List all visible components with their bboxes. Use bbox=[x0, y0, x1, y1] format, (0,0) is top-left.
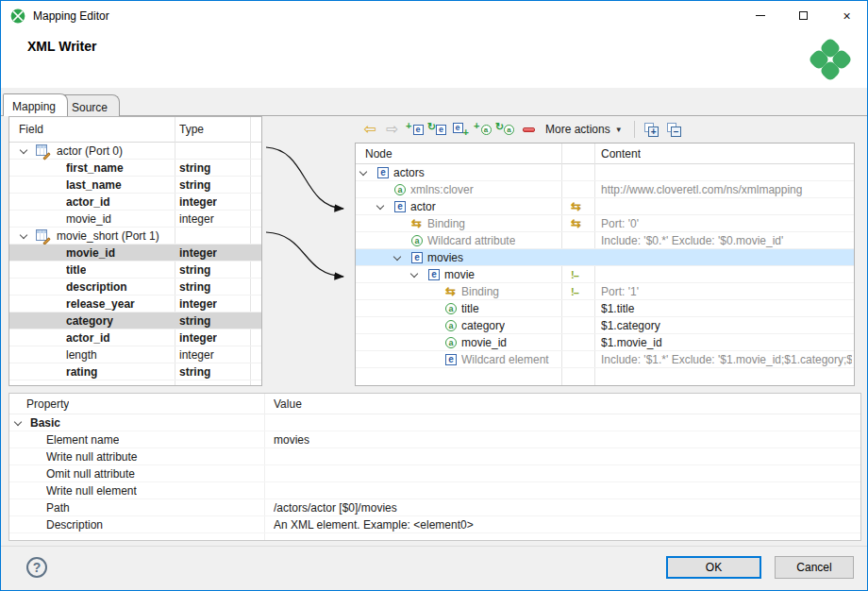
field-row[interactable]: actor_idinteger bbox=[9, 329, 261, 346]
help-button[interactable]: ? bbox=[26, 557, 47, 578]
collapse-all-button[interactable]: − bbox=[663, 119, 686, 140]
close-button[interactable]: × bbox=[826, 2, 868, 29]
wrap-in-attribute-button[interactable]: ↻a bbox=[494, 119, 517, 140]
node-row[interactable]: eWildcard elementInclude: '$1.*' Exclude… bbox=[356, 351, 854, 368]
add-child-element-icon: + bbox=[406, 121, 411, 131]
field-row[interactable]: titlestring bbox=[9, 262, 261, 279]
row-label: actor_id bbox=[66, 194, 110, 211]
tab-source[interactable]: Source bbox=[62, 94, 120, 116]
row-label: actor bbox=[410, 198, 436, 215]
node-row[interactable]: emovies bbox=[356, 249, 854, 266]
chevron-down-icon[interactable] bbox=[376, 202, 384, 210]
row-type: integer bbox=[179, 296, 217, 312]
wrap-in-attribute-icon: a bbox=[504, 125, 514, 135]
row-content: Include: '$1.*' Exclude: '$1.movie_id;$1… bbox=[601, 351, 852, 368]
node-row[interactable]: axmlns:cloverhttp://www.cloveretl.com/ns… bbox=[356, 181, 854, 198]
title-bar[interactable]: Mapping Editor × bbox=[1, 1, 867, 31]
curved-arrow-left-button[interactable]: ⇦ bbox=[359, 119, 381, 140]
row-label: Path bbox=[46, 499, 70, 516]
column-header-field[interactable]: Field bbox=[19, 121, 43, 138]
column-header-node[interactable]: Node bbox=[365, 145, 392, 162]
binding-arrows-icon: ⇆ bbox=[571, 198, 581, 215]
cancel-button[interactable]: Cancel bbox=[775, 556, 854, 579]
row-label: xmlns:clover bbox=[410, 181, 474, 198]
maximize-icon bbox=[799, 11, 808, 20]
chevron-down-icon[interactable] bbox=[410, 270, 418, 278]
row-type: integer bbox=[179, 346, 214, 363]
chevron-down-icon[interactable] bbox=[20, 231, 27, 239]
property-row[interactable]: Element namemovies bbox=[9, 431, 860, 448]
column-header-type[interactable]: Type bbox=[179, 121, 204, 138]
field-row[interactable]: last_namestring bbox=[9, 177, 261, 194]
node-row[interactable]: atitle$1.title bbox=[356, 300, 854, 317]
field-row[interactable]: actor (Port 0) bbox=[9, 143, 261, 160]
ok-button[interactable]: OK bbox=[666, 556, 761, 579]
add-element-icon: e bbox=[453, 123, 463, 133]
field-row[interactable]: release_yearinteger bbox=[9, 296, 261, 312]
key-binding-icon: !-- bbox=[571, 283, 578, 300]
property-row[interactable]: Omit null attribute bbox=[9, 465, 860, 482]
field-row[interactable]: categorystring bbox=[9, 312, 261, 329]
field-row[interactable]: actor_idinteger bbox=[9, 194, 261, 211]
node-row[interactable]: ⇆Binding!--Port: '1' bbox=[356, 283, 854, 300]
more-actions-button[interactable]: More actions▼ bbox=[540, 118, 628, 141]
property-row[interactable]: Write null element bbox=[9, 482, 860, 499]
attribute-icon: a bbox=[394, 184, 406, 195]
node-row[interactable]: eactors bbox=[356, 164, 854, 181]
binding-arrows-icon: ⇆ bbox=[411, 215, 422, 232]
node-row[interactable]: emovie!-- bbox=[356, 266, 854, 283]
dialog-body: MappingSource Field Type actor (Port 0)f… bbox=[1, 88, 867, 590]
add-element-button[interactable]: e+ bbox=[449, 119, 472, 140]
expand-all-button[interactable]: + bbox=[641, 119, 663, 140]
mapping-editor-dialog: Mapping Editor × XML Writer MappingSourc… bbox=[0, 0, 868, 591]
node-row[interactable]: amovie_id$1.movie_id bbox=[356, 334, 854, 351]
field-row[interactable]: lengthinteger bbox=[9, 346, 261, 363]
add-element-icon: + bbox=[463, 127, 469, 138]
maximize-button[interactable] bbox=[782, 2, 825, 29]
chevron-down-icon[interactable] bbox=[20, 146, 27, 154]
row-content: Port: '0' bbox=[601, 215, 852, 232]
row-label: Write null element bbox=[46, 482, 137, 499]
property-table-header: Property Value bbox=[9, 394, 860, 414]
remove-button[interactable] bbox=[517, 119, 540, 140]
node-tree: Node Content eactorsaxmlns:cloverhttp://… bbox=[355, 143, 855, 386]
curved-arrow-right-button[interactable]: ⇨ bbox=[381, 119, 404, 140]
row-label: title bbox=[461, 300, 479, 317]
button-bar: ? OK Cancel bbox=[1, 546, 867, 590]
attribute-icon: a bbox=[411, 235, 423, 246]
wrap-in-element-button[interactable]: ↻e bbox=[426, 119, 449, 140]
chevron-down-icon[interactable] bbox=[393, 253, 401, 261]
node-row[interactable]: aWildcard attributeInclude: '$0.*' Exclu… bbox=[356, 232, 854, 249]
chevron-down-icon[interactable] bbox=[14, 418, 22, 426]
column-header-value[interactable]: Value bbox=[274, 396, 302, 413]
add-attribute-button[interactable]: +a bbox=[472, 119, 494, 140]
field-row[interactable]: ratingstring bbox=[9, 363, 261, 380]
clover-logo bbox=[808, 37, 853, 82]
column-header-content[interactable]: Content bbox=[601, 145, 641, 162]
field-row[interactable]: movie_short (Port 1) bbox=[9, 228, 261, 245]
node-row[interactable]: acategory$1.category bbox=[356, 317, 854, 334]
field-row[interactable]: descriptionstring bbox=[9, 279, 261, 296]
property-row[interactable]: Basic bbox=[9, 414, 860, 431]
tab-mapping[interactable]: Mapping bbox=[3, 93, 68, 116]
minimize-button[interactable] bbox=[739, 2, 781, 29]
property-row[interactable]: Write null attribute bbox=[9, 448, 860, 465]
node-row[interactable]: ⇆Binding⇆Port: '0' bbox=[356, 215, 854, 232]
row-value: An XML element. Example: <element0> bbox=[274, 516, 474, 533]
node-row[interactable]: eactor⇆ bbox=[356, 198, 854, 215]
close-icon: × bbox=[843, 9, 850, 23]
property-row[interactable]: DescriptionAn XML element. Example: <ele… bbox=[9, 516, 860, 533]
add-child-element-button[interactable]: +e bbox=[404, 119, 426, 140]
mapping-arrows bbox=[262, 133, 355, 303]
add-attribute-icon: + bbox=[474, 121, 479, 131]
column-header-property[interactable]: Property bbox=[26, 396, 69, 413]
add-attribute-icon: a bbox=[481, 125, 492, 135]
chevron-down-icon[interactable] bbox=[359, 168, 367, 176]
row-label: category bbox=[66, 312, 113, 329]
row-label: actor_id bbox=[66, 329, 110, 346]
row-content: http://www.cloveretl.com/ns/xmlmapping bbox=[601, 181, 852, 198]
property-row[interactable]: Path/actors/actor [$0]/movies bbox=[9, 499, 860, 516]
field-row[interactable]: movie_idinteger bbox=[9, 211, 261, 228]
field-row[interactable]: movie_idinteger bbox=[9, 245, 261, 262]
field-row[interactable]: first_namestring bbox=[9, 160, 261, 177]
